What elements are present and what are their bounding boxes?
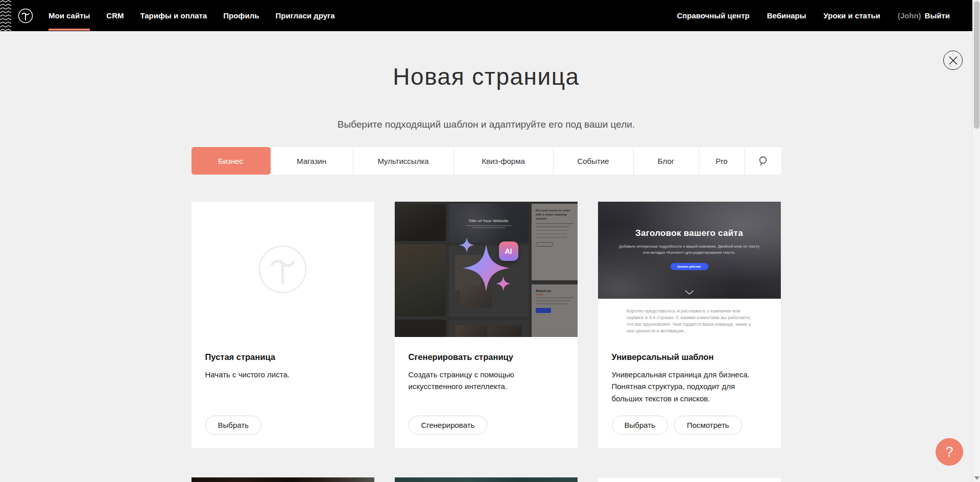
help-button[interactable]: ? — [936, 438, 963, 466]
tilda-watermark-icon — [258, 245, 307, 294]
nav-left-menu: Мои сайты CRM Тарифы и оплата Профиль Пр… — [49, 0, 351, 31]
generate-button[interactable]: Сгенерировать — [409, 416, 488, 435]
blank-page-thumbnail[interactable] — [192, 202, 374, 337]
nav-item-invite-friend[interactable]: Пригласи друга — [275, 0, 334, 31]
card-description: Универсальная страница для бизнеса. Поня… — [612, 369, 767, 404]
tab-label: Квиз-форма — [482, 157, 525, 165]
page-scrollbar[interactable] — [972, 0, 980, 482]
card-blank-page: Пустая страница Начать с чистого листа. … — [192, 202, 374, 448]
nav-item-profile[interactable]: Профиль — [223, 0, 259, 31]
scrollbar-thumb[interactable] — [974, 1, 979, 129]
card-universal-template: Заголовок вашего сайта Добавьте интересн… — [598, 202, 781, 448]
select-blank-button[interactable]: Выбрать — [205, 416, 261, 435]
page-title: Новая страница — [0, 63, 972, 91]
close-button[interactable] — [943, 51, 963, 70]
user-session: (John) Выйти — [898, 0, 950, 31]
tilda-logo[interactable] — [18, 8, 33, 23]
nav-right-menu: Справочный центр Вебинары Уроки и статьи… — [659, 0, 972, 31]
scrollbar-down-arrow-icon[interactable] — [974, 476, 979, 480]
tab-label: Pro — [715, 157, 727, 165]
card-description: Начать с чистого листа. — [205, 369, 361, 380]
universal-template-thumbnail[interactable]: Заголовок вашего сайта Добавьте интересн… — [598, 202, 781, 337]
tab-shop[interactable]: Магазин — [271, 147, 353, 175]
page-subtitle: Выберите подходящий шаблон и адаптируйте… — [0, 119, 972, 130]
nav-item-my-sites[interactable]: Мои сайты — [49, 0, 90, 31]
tab-business[interactable]: Бизнес — [192, 147, 271, 175]
tab-label: Бизнес — [218, 157, 243, 165]
ai-badge: AI — [499, 242, 518, 261]
template-cta-button: Целевое действие — [671, 263, 708, 270]
template-hero-title: Заголовок вашего сайта — [635, 228, 743, 238]
tab-label: Магазин — [297, 157, 326, 165]
template-hero-subtitle: Добавьте интересные подробности о вашей … — [618, 244, 760, 256]
card-title: Пустая страница — [205, 352, 361, 362]
template-hero-preview: Заголовок вашего сайта Добавьте интересн… — [598, 202, 781, 299]
template-cards-row: Пустая страница Начать с чистого листа. … — [192, 202, 781, 448]
ai-sparkle-small-icon — [496, 276, 511, 291]
question-mark-icon: ? — [945, 444, 953, 460]
card-title: Универсальный шаблон — [612, 352, 767, 362]
tab-search[interactable] — [745, 147, 781, 175]
close-icon — [949, 56, 958, 65]
nav-item-help-center[interactable]: Справочный центр — [677, 0, 749, 31]
logout-link[interactable]: Выйти — [925, 0, 950, 31]
card-description: Создать страницу с помощью искусственног… — [409, 369, 564, 393]
chevron-down-icon — [685, 290, 694, 295]
ai-sparkle-small-icon — [459, 237, 474, 253]
user-name: (John) — [898, 11, 921, 20]
template-thumbnail — [192, 477, 374, 482]
card-ai-generate: Title of Your Website Get your house in … — [395, 202, 578, 448]
template-body-text: Коротко представьтесь и расскажите о ком… — [627, 308, 752, 334]
preview-universal-button[interactable]: Посмотреть — [674, 416, 742, 435]
tab-pro[interactable]: Pro — [699, 147, 745, 175]
main-content: Новая страница Выберите подходящий шабло… — [0, 31, 972, 482]
nav-item-pricing[interactable]: Тарифы и оплата — [140, 0, 207, 31]
card-partial[interactable] — [395, 477, 578, 482]
search-icon — [758, 156, 768, 166]
template-cards-row-2 — [192, 477, 781, 482]
card-partial[interactable] — [598, 477, 781, 482]
nav-item-webinars[interactable]: Вебинары — [767, 0, 806, 31]
card-title: Сгенерировать страницу — [409, 352, 564, 362]
tab-label: Событие — [577, 157, 609, 165]
ai-generate-thumbnail[interactable]: Title of Your Website Get your house in … — [395, 202, 578, 337]
zigzag-pattern-icon[interactable] — [0, 0, 11, 31]
tab-blog[interactable]: Блог — [634, 147, 699, 175]
tab-multilink[interactable]: Мультиссылка — [353, 147, 454, 175]
nav-item-lessons[interactable]: Уроки и статьи — [824, 0, 880, 31]
tab-event[interactable]: Событие — [554, 147, 634, 175]
template-category-tabs: Бизнес Магазин Мультиссылка Квиз-форма С… — [192, 147, 781, 175]
card-partial[interactable] — [192, 477, 374, 482]
nav-item-crm[interactable]: CRM — [106, 0, 124, 31]
tab-quiz-form[interactable]: Квиз-форма — [454, 147, 554, 175]
template-thumbnail — [598, 477, 781, 482]
template-thumbnail — [395, 477, 578, 482]
select-universal-button[interactable]: Выбрать — [612, 416, 668, 435]
template-body-preview: Коротко представьтесь и расскажите о ком… — [598, 299, 781, 337]
tab-label: Блог — [658, 157, 674, 165]
tab-label: Мультиссылка — [377, 157, 428, 165]
top-navigation: Мои сайты CRM Тарифы и оплата Профиль Пр… — [0, 0, 972, 31]
